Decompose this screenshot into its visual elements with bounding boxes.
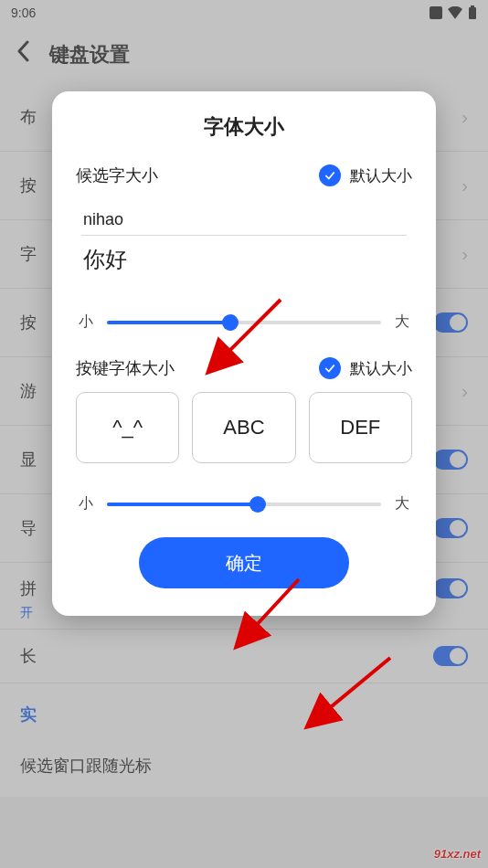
- candidate-slider-row: 小 大: [76, 312, 412, 332]
- key-preview: ^_^: [76, 392, 179, 463]
- keyfont-slider[interactable]: [107, 503, 381, 506]
- check-circle-icon: [319, 357, 341, 379]
- keyfont-size-label: 按键字体大小: [76, 357, 175, 379]
- slider-thumb[interactable]: [222, 314, 239, 331]
- candidate-slider[interactable]: [107, 321, 381, 324]
- confirm-button[interactable]: 确定: [139, 537, 349, 588]
- candidate-preview-pinyin: nihao: [81, 206, 407, 236]
- candidate-default-toggle[interactable]: 默认大小: [319, 164, 412, 186]
- slider-min-label: 小: [76, 312, 96, 332]
- slider-fill: [107, 321, 230, 324]
- slider-thumb[interactable]: [249, 496, 266, 513]
- svg-line-4: [326, 658, 390, 711]
- watermark: 91xz.net: [434, 847, 481, 861]
- slider-max-label: 大: [392, 494, 412, 513]
- keyfont-slider-row: 小 大: [76, 494, 412, 513]
- candidate-size-label: 候选字大小: [76, 164, 158, 186]
- check-circle-icon: [319, 164, 341, 186]
- font-size-modal: 字体大小 候选字大小 默认大小 nihao 你好 小 大 按键字: [52, 91, 436, 616]
- annotation-arrow-icon: [317, 652, 399, 729]
- key-preview-row: ^_^ ABC DEF: [76, 392, 412, 463]
- slider-fill: [107, 503, 258, 506]
- keyfont-section-header: 按键字体大小 默认大小: [76, 357, 412, 379]
- candidate-preview: nihao 你好: [76, 199, 412, 281]
- candidate-default-label: 默认大小: [350, 165, 412, 186]
- candidate-section-header: 候选字大小 默认大小: [76, 164, 412, 186]
- key-preview: DEF: [309, 392, 412, 463]
- candidate-preview-hanzi: 你好: [81, 236, 407, 278]
- key-preview: ABC: [192, 392, 295, 463]
- keyfont-default-label: 默认大小: [350, 358, 412, 379]
- modal-title: 字体大小: [76, 113, 412, 141]
- slider-max-label: 大: [392, 312, 412, 332]
- slider-min-label: 小: [76, 494, 96, 513]
- modal-scrim[interactable]: 字体大小 候选字大小 默认大小 nihao 你好 小 大 按键字: [0, 0, 488, 868]
- keyfont-default-toggle[interactable]: 默认大小: [319, 357, 412, 379]
